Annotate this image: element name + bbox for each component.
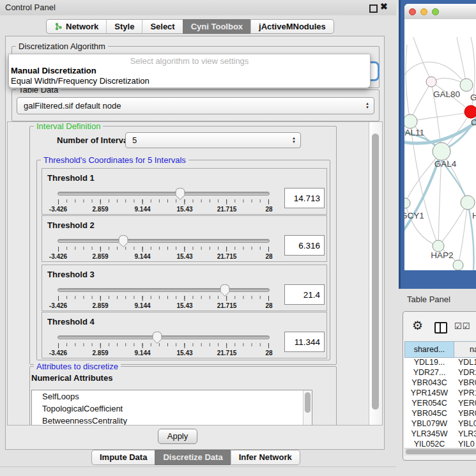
- tab-cyni-toolbox[interactable]: Cyni Toolbox: [183, 19, 250, 34]
- table-row[interactable]: YPR145WYPR1: [404, 388, 476, 399]
- cell-name[interactable]: YER0: [454, 399, 476, 409]
- cell-name[interactable]: YDR2: [454, 368, 476, 378]
- tab-infer-network[interactable]: Infer Network: [231, 450, 300, 465]
- dropdown-option-manual[interactable]: Manual Discretization: [11, 66, 368, 75]
- network-node[interactable]: [453, 260, 463, 270]
- network-nodes[interactable]: GAL80GCGAL11GAL4GCY1HHAP2: [404, 77, 476, 270]
- tab-impute-data[interactable]: Impute Data: [91, 450, 155, 465]
- gear-icon[interactable]: ⚙: [412, 318, 423, 333]
- table-body[interactable]: YDL19...YDL1YDR27...YDR2YBR043CYBR0YPR14…: [404, 358, 476, 448]
- tab-discretize-data[interactable]: Discretize Data: [155, 450, 230, 465]
- cell-shared-name[interactable]: YER054C: [404, 399, 454, 409]
- network-node[interactable]: [404, 198, 410, 208]
- cell-shared-name[interactable]: YDR27...: [404, 368, 454, 378]
- tab-jactivemnodules[interactable]: jActiveMNodules: [250, 19, 334, 34]
- tab-style[interactable]: Style: [106, 19, 142, 34]
- table-row[interactable]: YIL052CYIL0: [404, 440, 476, 448]
- thresholds-group: Threshold's Coordinates for 5 Intervals …: [36, 160, 330, 360]
- cell-shared-name[interactable]: YPR145W: [404, 388, 454, 399]
- table-hscrollbar[interactable]: [404, 448, 476, 456]
- apply-button[interactable]: Apply: [158, 429, 197, 444]
- close-icon[interactable]: ✖: [380, 1, 388, 12]
- interval-definition-group: Interval Definition Number of Intervals …: [29, 126, 337, 365]
- network-canvas[interactable]: GAL80GCGAL11GAL4GCY1HHAP2: [404, 19, 476, 270]
- threshold-value-field[interactable]: [284, 332, 325, 352]
- table-row[interactable]: YBR043CYBR0: [404, 378, 476, 388]
- cell-shared-name[interactable]: YDL19...: [404, 358, 454, 368]
- threshold-value-field[interactable]: [284, 284, 325, 305]
- network-node[interactable]: [433, 142, 450, 160]
- table-row[interactable]: YDR27...YDR2: [404, 368, 476, 378]
- node-label: H: [472, 211, 476, 220]
- cell-name[interactable]: YLR3: [454, 429, 476, 440]
- list-item[interactable]: TopologicalCoefficient: [32, 403, 312, 415]
- scale-label: 21.715: [217, 302, 237, 309]
- cell-name[interactable]: YDL1: [454, 358, 476, 368]
- slider-track[interactable]: [58, 335, 270, 339]
- dropdown-option-equal-width[interactable]: Equal Width/Frequency Discretization: [11, 76, 368, 86]
- network-node[interactable]: [404, 114, 417, 128]
- num-intervals-combobox[interactable]: 5 ▲▼: [125, 132, 301, 148]
- numerical-attributes-list[interactable]: SelfLoops TopologicalCoefficient Between…: [31, 390, 312, 426]
- threshold-value-field[interactable]: [284, 188, 325, 208]
- list-scrollbar[interactable]: [303, 390, 312, 426]
- slider-thumb[interactable]: [220, 284, 231, 297]
- cell-name[interactable]: YIL0: [454, 440, 476, 448]
- slider-scale: -3.4262.8599.14415.4321.71528: [58, 253, 269, 261]
- cell-shared-name[interactable]: YIL052C: [404, 440, 454, 448]
- slider-track[interactable]: [58, 239, 270, 243]
- settings-scroll-pane: Interval Definition Number of Intervals …: [7, 121, 383, 426]
- column-header-name[interactable]: na: [454, 341, 476, 358]
- columns-icon[interactable]: [434, 322, 447, 334]
- minimize-traffic-light-icon[interactable]: [420, 8, 427, 15]
- table-row[interactable]: YDL19...YDL1: [404, 358, 476, 368]
- scale-label: -3.426: [49, 206, 67, 213]
- table-data-combobox[interactable]: galFiltered.sif default node ▲▼: [17, 97, 374, 114]
- table-row[interactable]: YBR045CYBR0: [404, 409, 476, 419]
- select-columns-icon[interactable]: ☑☑: [454, 321, 470, 331]
- table-row[interactable]: YBL079WYBL0: [404, 419, 476, 429]
- slider-scale: -3.4262.8599.14415.4321.71528: [58, 302, 269, 310]
- table-panel-toolbar: ⚙ ☑☑: [403, 312, 476, 341]
- table-row[interactable]: YER054CYER0: [404, 399, 476, 409]
- network-node[interactable]: [464, 105, 476, 118]
- cell-shared-name[interactable]: YBR045C: [404, 409, 454, 419]
- scale-label: 9.144: [134, 349, 150, 357]
- table-row[interactable]: YLR345WYLR3: [404, 429, 476, 440]
- list-item[interactable]: BetweennessCentrality: [32, 415, 312, 426]
- slider-thumb[interactable]: [174, 187, 185, 201]
- zoom-traffic-light-icon[interactable]: [432, 8, 439, 15]
- threshold-slider[interactable]: -3.4262.8599.14415.4321.71528: [58, 187, 270, 213]
- cell-name[interactable]: YPR1: [454, 388, 476, 399]
- threshold-slider[interactable]: -3.4262.8599.14415.4321.71528: [58, 234, 270, 261]
- cell-shared-name[interactable]: YBL079W: [404, 419, 454, 429]
- network-window-titlebar[interactable]: [404, 4, 476, 20]
- slider-thumb[interactable]: [118, 234, 128, 248]
- float-icon[interactable]: [369, 4, 378, 13]
- threshold-panel: Threshold 2-3.4262.8599.14415.4321.71528: [42, 215, 327, 262]
- cell-shared-name[interactable]: YLR345W: [404, 429, 454, 440]
- scale-label: 21.715: [217, 206, 237, 213]
- slider-track[interactable]: [58, 192, 270, 196]
- threshold-slider[interactable]: -3.4262.8599.14415.4321.71528: [58, 283, 270, 310]
- network-node[interactable]: [461, 196, 475, 210]
- scale-label: 9.144: [134, 206, 150, 213]
- threshold-slider[interactable]: -3.4262.8599.14415.4321.71528: [58, 330, 270, 357]
- close-traffic-light-icon[interactable]: [409, 8, 416, 15]
- cell-name[interactable]: YBL0: [454, 419, 476, 429]
- slider-thumb[interactable]: [152, 331, 163, 344]
- network-window[interactable]: GAL80GCGAL11GAL4GCY1HHAP2: [404, 4, 476, 270]
- network-node[interactable]: [460, 79, 473, 91]
- settings-scrollbar[interactable]: [369, 122, 382, 425]
- spinner-arrows-icon: ▲▼: [292, 136, 296, 144]
- network-node[interactable]: [426, 77, 436, 87]
- tab-select[interactable]: Select: [142, 19, 182, 34]
- cell-name[interactable]: YBR0: [454, 378, 476, 388]
- tab-network[interactable]: Network: [46, 19, 106, 34]
- column-header-shared-name[interactable]: shared...: [404, 341, 454, 358]
- slider-track[interactable]: [58, 288, 270, 292]
- cell-name[interactable]: YBR0: [454, 409, 476, 419]
- list-item[interactable]: SelfLoops: [32, 390, 312, 403]
- cell-shared-name[interactable]: YBR043C: [404, 378, 454, 388]
- threshold-value-field[interactable]: [284, 235, 325, 256]
